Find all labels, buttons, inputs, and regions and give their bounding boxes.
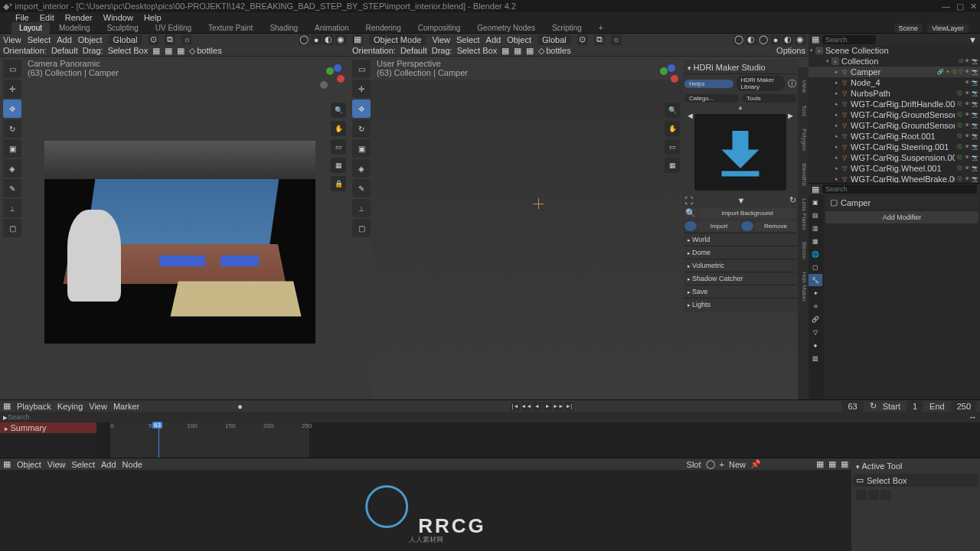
- tool-move-c[interactable]: ✥: [352, 99, 371, 118]
- menu-render[interactable]: Render: [65, 13, 93, 22]
- filter-icon[interactable]: ▼: [969, 35, 977, 44]
- drag-dd-c[interactable]: Select Box: [457, 46, 498, 55]
- ptab-world[interactable]: 🌐: [808, 248, 822, 260]
- at-mode3[interactable]: [880, 490, 891, 500]
- hdri-lib[interactable]: HDRi Maker Library: [737, 76, 786, 91]
- hdri-volumetric[interactable]: Volumetric: [684, 259, 796, 272]
- shading-matprev-icon-c[interactable]: ◐: [782, 34, 793, 45]
- tool-rotate[interactable]: ↻: [3, 119, 21, 138]
- current-frame[interactable]: 63: [841, 401, 863, 412]
- tool-transform[interactable]: ◈: [3, 159, 21, 178]
- tool-icon-c2[interactable]: ▦: [514, 46, 521, 56]
- gizmo-x[interactable]: [337, 75, 345, 83]
- tool-icon-3[interactable]: ▦: [177, 46, 185, 56]
- tool-cursor[interactable]: ✛: [3, 80, 21, 98]
- collection-bottles-c[interactable]: bottles: [546, 46, 570, 55]
- persp-icon-c[interactable]: ▦: [665, 158, 680, 173]
- hdri-lights[interactable]: Lights: [684, 298, 796, 311]
- ptab-constraints[interactable]: 🔗: [808, 313, 822, 325]
- tool-rotate-c[interactable]: ↻: [352, 119, 371, 138]
- outliner-item[interactable]: ▸▽ WGT-CarRig.Steering.001Ⓥ👁 📷: [808, 142, 980, 152]
- tab-layout[interactable]: Layout: [11, 22, 50, 34]
- tool-icon-2[interactable]: ▦: [165, 46, 172, 56]
- tl-view[interactable]: View: [89, 402, 107, 411]
- at-mode1[interactable]: [856, 490, 867, 500]
- node-select[interactable]: Select: [71, 460, 95, 469]
- tool-icon-c3[interactable]: ▦: [526, 46, 534, 56]
- navigation-gizmo-c[interactable]: [643, 61, 678, 96]
- hdri-shadow[interactable]: Shadow Catcher: [684, 272, 796, 285]
- start-frame[interactable]: 1: [906, 401, 923, 412]
- vtab-lensflares[interactable]: Lens Flares: [798, 194, 808, 235]
- ptab-particles[interactable]: ✦: [808, 287, 822, 299]
- hdri-dome[interactable]: Dome: [684, 246, 796, 259]
- outliner-item[interactable]: ▸▽ NurbsPathⓋ👁 📷: [808, 88, 980, 99]
- timeline-tracks[interactable]: 0 50 100 150 200 250 63: [96, 422, 980, 458]
- tl-search-input[interactable]: [8, 413, 69, 421]
- collection-bottles[interactable]: bottles: [197, 46, 221, 55]
- outliner-editor-icon[interactable]: ▦: [812, 34, 819, 44]
- tool-scale[interactable]: ▣: [3, 139, 21, 158]
- slot-dd-icon[interactable]: ◯: [706, 459, 715, 469]
- tab-add[interactable]: +: [591, 22, 611, 34]
- tl-keying[interactable]: Keying: [57, 402, 83, 411]
- node-overlay-icon3[interactable]: ▦: [841, 459, 848, 469]
- tool-tweak-c[interactable]: ▭: [352, 60, 371, 78]
- tl-summary[interactable]: ▸ Summary: [0, 422, 96, 433]
- hdri-import-bg[interactable]: Import Background: [698, 208, 796, 218]
- tool-measure[interactable]: ⟂: [3, 199, 21, 217]
- node-overlay-icon[interactable]: ▦: [816, 459, 824, 469]
- scene-field[interactable]: Scene: [894, 24, 923, 33]
- outliner-item[interactable]: ▸▽ WGT-CarRig.Suspension.001Ⓥ👁 📷: [808, 152, 980, 163]
- ptab-object[interactable]: ▢: [808, 261, 822, 273]
- ptab-scene[interactable]: ▦: [808, 235, 822, 247]
- vtab-view[interactable]: View: [798, 75, 808, 97]
- menu-add-c[interactable]: Add: [486, 35, 501, 44]
- xray-icon[interactable]: ◐: [746, 34, 756, 45]
- add-modifier-button[interactable]: Add Modifier: [825, 211, 978, 223]
- hdri-save[interactable]: Save: [684, 285, 796, 298]
- ptab-physics[interactable]: ⚛: [808, 300, 822, 312]
- play-rev-icon[interactable]: ◄: [532, 402, 541, 411]
- drag-dd[interactable]: Select Box: [108, 46, 149, 55]
- timeline-editor-icon[interactable]: ▦: [3, 401, 11, 411]
- pan-icon[interactable]: ✋: [331, 121, 346, 136]
- hdri-search-icon[interactable]: 🔍: [684, 208, 697, 218]
- hdri-world[interactable]: World: [684, 233, 796, 246]
- tab-texpaint[interactable]: Texture Paint: [201, 22, 260, 34]
- outliner-scene-collection[interactable]: ▾▫ Scene Collection: [808, 45, 980, 56]
- gizmo-y[interactable]: [334, 64, 341, 72]
- node-add[interactable]: Add: [101, 460, 116, 469]
- tool-icon[interactable]: ▦: [152, 46, 160, 56]
- hdri-dot1[interactable]: [684, 221, 697, 231]
- menu-file[interactable]: File: [15, 13, 29, 22]
- zoom-icon-c[interactable]: 🔍: [665, 103, 680, 118]
- tool-annotate-c[interactable]: ✎: [352, 179, 371, 197]
- gizmo-z-c[interactable]: [660, 67, 668, 75]
- outliner-collection[interactable]: ▾▫ Collection ☑ 👁 📷: [808, 56, 980, 67]
- hdri-helps[interactable]: Helps: [684, 80, 733, 88]
- ptab-texture[interactable]: ▨: [808, 352, 822, 364]
- outliner-search[interactable]: [822, 35, 876, 44]
- proportional-icon-c[interactable]: ○: [611, 34, 622, 45]
- gizmo-x-c[interactable]: [671, 75, 678, 83]
- gizmo-y-c[interactable]: [668, 64, 675, 72]
- hdri-info-icon[interactable]: ⓘ: [788, 78, 796, 90]
- props-object-name[interactable]: ▢ Camper: [825, 196, 978, 209]
- hdri-next[interactable]: ►: [786, 111, 795, 194]
- tab-geonodes[interactable]: Geometry Nodes: [469, 22, 543, 34]
- outliner-item[interactable]: ▸▽ WGT-CarRig.Wheel.001Ⓥ👁 📷: [808, 163, 980, 174]
- jump-start-icon[interactable]: |◄: [511, 402, 520, 411]
- menu-object[interactable]: Object: [78, 35, 103, 44]
- mat-new[interactable]: New: [729, 460, 746, 469]
- hdri-tools[interactable]: Tools: [742, 94, 796, 103]
- node-editor-icon[interactable]: ▦: [3, 459, 11, 469]
- autokey-icon[interactable]: ●: [237, 402, 243, 411]
- tl-swap-icon[interactable]: ↔: [969, 412, 977, 422]
- camera-view-icon-c[interactable]: ▭: [665, 139, 680, 155]
- close-button[interactable]: ✕: [970, 2, 977, 11]
- hdri-remove[interactable]: Remove: [755, 221, 796, 231]
- shading-wireframe-icon-c[interactable]: ◯: [758, 34, 769, 45]
- maximize-button[interactable]: ▢: [956, 2, 964, 11]
- editor-type-icon[interactable]: ▦: [352, 34, 363, 45]
